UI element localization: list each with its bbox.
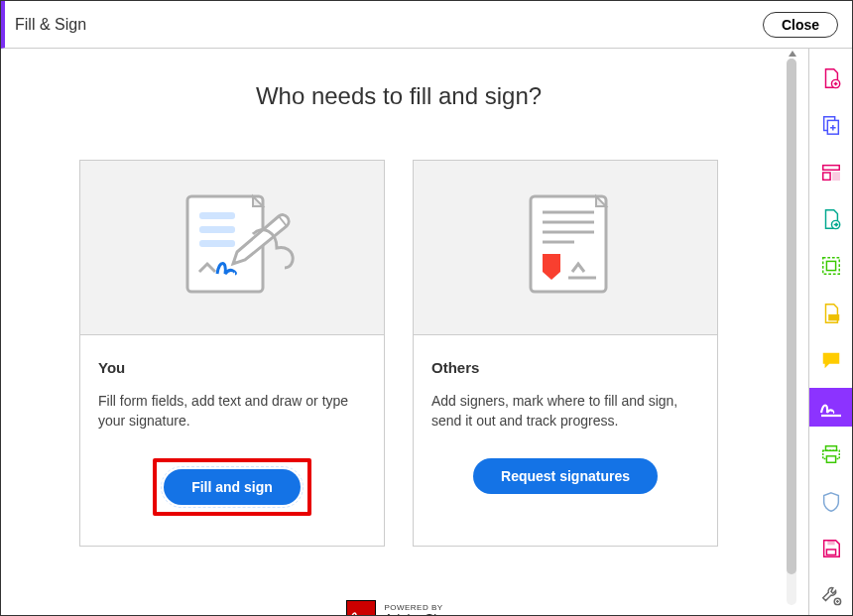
fill-sign-icon[interactable]	[809, 388, 853, 427]
redact-icon[interactable]	[809, 294, 853, 332]
svg-rect-2	[199, 226, 235, 233]
page-heading: Who needs to fill and sign?	[256, 82, 542, 110]
edit-pdf-icon[interactable]	[809, 247, 853, 286]
card-you-body: You Fill form fields, add text and draw …	[80, 335, 384, 546]
comment-icon[interactable]	[809, 341, 853, 380]
scrollbar-thumb[interactable]	[787, 59, 796, 574]
card-you: You Fill form fields, add text and draw …	[79, 160, 385, 547]
svg-rect-23	[826, 456, 835, 462]
top-bar: Fill & Sign Close	[1, 1, 852, 49]
card-you-title: You	[98, 359, 366, 376]
save-icon[interactable]	[809, 529, 853, 567]
svg-rect-13	[822, 165, 839, 170]
svg-rect-1	[199, 212, 235, 219]
illustration-you	[80, 161, 384, 335]
close-button[interactable]: Close	[763, 12, 838, 38]
protect-icon[interactable]	[809, 482, 853, 521]
right-tool-rail	[808, 49, 852, 615]
svg-rect-18	[826, 262, 835, 271]
combine-files-icon[interactable]	[809, 105, 853, 144]
more-tools-icon[interactable]	[809, 576, 853, 615]
svg-rect-14	[822, 173, 829, 180]
export-pdf-icon[interactable]	[809, 199, 853, 238]
card-others-body: Others Add signers, mark where to fill a…	[414, 335, 717, 524]
card-others-title: Others	[431, 359, 699, 376]
create-pdf-icon[interactable]	[809, 59, 853, 97]
svg-rect-25	[827, 541, 834, 546]
scroll-up-arrow[interactable]	[789, 51, 796, 57]
highlight-frame: Fill and sign	[153, 458, 311, 516]
illustration-others	[414, 161, 717, 335]
svg-rect-19	[828, 314, 839, 320]
brand-text: POWERED BY Adobe Sign	[384, 604, 450, 615]
svg-rect-17	[822, 258, 839, 275]
fill-and-sign-button[interactable]: Fill and sign	[164, 469, 301, 505]
main-content: Who needs to fill and sign?	[1, 49, 808, 615]
card-others-description: Add signers, mark where to fill and sign…	[431, 392, 699, 431]
panel-title: Fill & Sign	[15, 16, 86, 34]
organize-pages-icon[interactable]	[809, 153, 853, 191]
adobe-sign-logo-icon	[346, 600, 376, 615]
body: Who needs to fill and sign?	[1, 49, 852, 615]
card-you-description: Fill form fields, add text and draw or t…	[98, 392, 366, 431]
svg-rect-24	[826, 550, 835, 555]
svg-rect-15	[832, 173, 838, 180]
request-signatures-button[interactable]: Request signatures	[473, 458, 658, 494]
svg-rect-3	[199, 240, 235, 247]
card-others: Others Add signers, mark where to fill a…	[413, 160, 718, 547]
brand-name: Adobe Sign	[384, 612, 450, 615]
footer-brand: POWERED BY Adobe Sign	[346, 600, 450, 615]
card-container: You Fill form fields, add text and draw …	[79, 160, 718, 547]
print-icon[interactable]	[809, 434, 853, 473]
